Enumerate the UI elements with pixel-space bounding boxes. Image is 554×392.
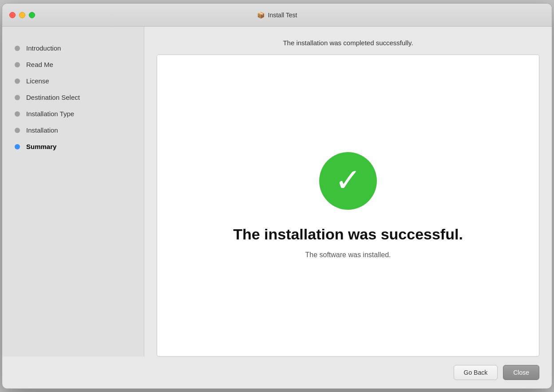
main-content: The installation was completed successfu…: [144, 27, 552, 357]
sidebar-label-summary: Summary: [26, 143, 56, 150]
close-button[interactable]: [9, 12, 16, 18]
package-icon: 📦: [257, 12, 265, 19]
success-icon: ✓: [319, 152, 377, 210]
sidebar-label-license: License: [26, 77, 49, 85]
window-title: Install Test: [268, 12, 297, 19]
sidebar: Introduction Read Me License Destination…: [2, 27, 144, 357]
sidebar-label-introduction: Introduction: [26, 44, 61, 52]
sidebar-item-read-me[interactable]: Read Me: [2, 56, 144, 73]
traffic-lights: [9, 12, 35, 18]
content-area: Introduction Read Me License Destination…: [2, 27, 552, 357]
sidebar-label-installation: Installation: [26, 126, 58, 134]
titlebar: 📦 Install Test: [2, 4, 552, 27]
sidebar-dot-installation-type: [15, 111, 20, 117]
sidebar-item-introduction[interactable]: Introduction: [2, 40, 144, 56]
sidebar-dot-introduction: [15, 46, 20, 51]
installer-window: 📦 Install Test Introduction Read Me Lice…: [2, 3, 552, 389]
sidebar-label-destination-select: Destination Select: [26, 94, 80, 101]
sidebar-item-license[interactable]: License: [2, 73, 144, 89]
success-title: The installation was successful.: [233, 226, 463, 243]
minimize-button[interactable]: [19, 12, 25, 18]
status-text: The installation was completed successfu…: [157, 39, 539, 47]
footer: Go Back Close: [2, 357, 552, 388]
sidebar-dot-installation: [15, 128, 20, 133]
close-button-footer[interactable]: Close: [503, 365, 539, 380]
maximize-button[interactable]: [29, 12, 35, 18]
go-back-button[interactable]: Go Back: [454, 365, 498, 380]
sidebar-item-installation[interactable]: Installation: [2, 122, 144, 138]
sidebar-dot-summary: [15, 144, 20, 149]
titlebar-title-group: 📦 Install Test: [257, 12, 297, 19]
sidebar-label-read-me: Read Me: [26, 61, 53, 68]
sidebar-dot-license: [15, 78, 20, 84]
sidebar-dot-read-me: [15, 62, 20, 67]
sidebar-label-installation-type: Installation Type: [26, 110, 74, 118]
window-body: Introduction Read Me License Destination…: [2, 27, 552, 388]
sidebar-item-summary[interactable]: Summary: [2, 138, 144, 155]
checkmark-icon: ✓: [335, 164, 361, 196]
sidebar-dot-destination-select: [15, 95, 20, 100]
sidebar-item-installation-type[interactable]: Installation Type: [2, 106, 144, 122]
success-subtitle: The software was installed.: [305, 251, 391, 259]
sidebar-item-destination-select[interactable]: Destination Select: [2, 89, 144, 106]
content-box: ✓ The installation was successful. The s…: [157, 55, 539, 357]
